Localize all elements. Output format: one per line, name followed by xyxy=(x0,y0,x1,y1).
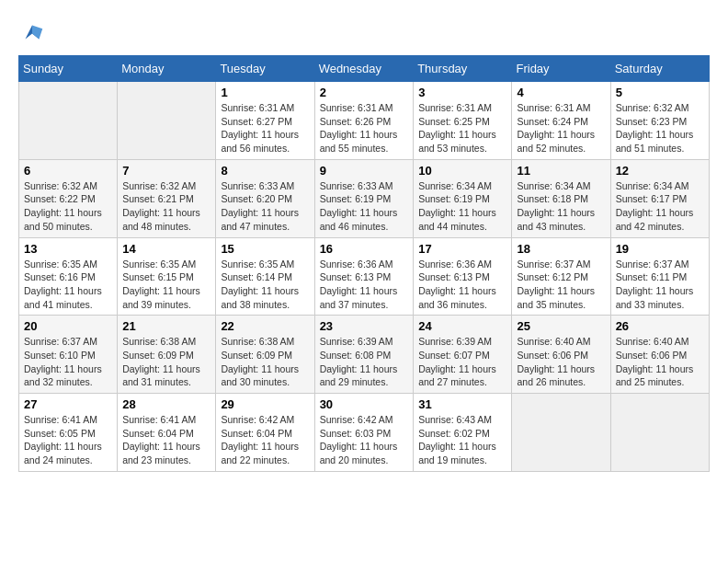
day-info: Sunrise: 6:36 AM Sunset: 6:13 PM Dayligh… xyxy=(320,258,409,312)
day-info: Sunrise: 6:32 AM Sunset: 6:23 PM Dayligh… xyxy=(616,101,704,155)
day-number: 18 xyxy=(517,242,605,256)
calendar-day-cell: 4Sunrise: 6:31 AM Sunset: 6:24 PM Daylig… xyxy=(512,82,610,160)
day-number: 27 xyxy=(24,397,112,411)
day-info: Sunrise: 6:31 AM Sunset: 6:25 PM Dayligh… xyxy=(418,101,506,155)
calendar-day-cell xyxy=(512,394,610,472)
day-info: Sunrise: 6:33 AM Sunset: 6:19 PM Dayligh… xyxy=(320,179,409,234)
calendar-day-cell: 31Sunrise: 6:43 AM Sunset: 6:02 PM Dayli… xyxy=(414,394,512,472)
day-info: Sunrise: 6:31 AM Sunset: 6:24 PM Dayligh… xyxy=(517,101,605,155)
day-number: 25 xyxy=(517,319,605,333)
calendar-day-cell: 29Sunrise: 6:42 AM Sunset: 6:04 PM Dayli… xyxy=(216,394,314,472)
calendar-day-cell: 7Sunrise: 6:32 AM Sunset: 6:21 PM Daylig… xyxy=(118,159,216,237)
calendar-day-cell: 19Sunrise: 6:37 AM Sunset: 6:11 PM Dayli… xyxy=(610,237,709,316)
dow-cell: Sunday xyxy=(19,56,118,82)
day-info: Sunrise: 6:37 AM Sunset: 6:12 PM Dayligh… xyxy=(517,258,605,312)
day-info: Sunrise: 6:42 AM Sunset: 6:03 PM Dayligh… xyxy=(320,413,409,467)
day-number: 8 xyxy=(221,164,309,178)
day-info: Sunrise: 6:38 AM Sunset: 6:09 PM Dayligh… xyxy=(221,335,309,389)
day-number: 26 xyxy=(616,319,704,333)
logo xyxy=(18,18,50,46)
day-number: 24 xyxy=(418,319,506,333)
day-info: Sunrise: 6:40 AM Sunset: 6:06 PM Dayligh… xyxy=(616,335,704,389)
dow-cell: Friday xyxy=(512,56,610,82)
day-info: Sunrise: 6:38 AM Sunset: 6:09 PM Dayligh… xyxy=(122,335,210,389)
calendar-day-cell: 14Sunrise: 6:35 AM Sunset: 6:15 PM Dayli… xyxy=(118,237,216,316)
dow-cell: Saturday xyxy=(610,56,709,82)
day-number: 12 xyxy=(616,164,704,178)
day-number: 6 xyxy=(24,164,112,178)
day-number: 1 xyxy=(221,86,309,99)
day-number: 21 xyxy=(122,319,210,333)
day-number: 7 xyxy=(122,164,210,178)
day-number: 28 xyxy=(122,397,210,411)
calendar-day-cell: 27Sunrise: 6:41 AM Sunset: 6:05 PM Dayli… xyxy=(19,394,118,472)
calendar-day-cell: 11Sunrise: 6:34 AM Sunset: 6:18 PM Dayli… xyxy=(512,159,610,237)
svg-marker-1 xyxy=(32,26,42,40)
day-number: 2 xyxy=(320,86,409,99)
calendar-day-cell: 1Sunrise: 6:31 AM Sunset: 6:27 PM Daylig… xyxy=(216,82,314,160)
calendar-day-cell: 8Sunrise: 6:33 AM Sunset: 6:20 PM Daylig… xyxy=(216,159,314,237)
day-info: Sunrise: 6:32 AM Sunset: 6:21 PM Dayligh… xyxy=(122,179,210,234)
calendar-day-cell xyxy=(118,82,216,160)
day-number: 13 xyxy=(24,242,112,256)
day-info: Sunrise: 6:39 AM Sunset: 6:07 PM Dayligh… xyxy=(418,335,506,389)
day-info: Sunrise: 6:32 AM Sunset: 6:22 PM Dayligh… xyxy=(24,179,112,234)
day-number: 17 xyxy=(418,242,506,256)
day-number: 31 xyxy=(418,397,506,411)
page-header xyxy=(18,18,710,46)
day-info: Sunrise: 6:31 AM Sunset: 6:27 PM Dayligh… xyxy=(221,101,309,155)
calendar-day-cell: 15Sunrise: 6:35 AM Sunset: 6:14 PM Dayli… xyxy=(216,237,314,316)
day-number: 22 xyxy=(221,319,309,333)
day-number: 16 xyxy=(320,242,409,256)
day-info: Sunrise: 6:33 AM Sunset: 6:20 PM Dayligh… xyxy=(221,179,309,234)
calendar-day-cell: 6Sunrise: 6:32 AM Sunset: 6:22 PM Daylig… xyxy=(19,159,118,237)
calendar-day-cell: 24Sunrise: 6:39 AM Sunset: 6:07 PM Dayli… xyxy=(414,316,512,394)
calendar-day-cell: 21Sunrise: 6:38 AM Sunset: 6:09 PM Dayli… xyxy=(118,316,216,394)
day-info: Sunrise: 6:41 AM Sunset: 6:05 PM Dayligh… xyxy=(24,413,112,467)
calendar-day-cell xyxy=(19,82,118,160)
calendar-day-cell: 3Sunrise: 6:31 AM Sunset: 6:25 PM Daylig… xyxy=(414,82,512,160)
day-info: Sunrise: 6:39 AM Sunset: 6:08 PM Dayligh… xyxy=(320,335,409,389)
day-info: Sunrise: 6:43 AM Sunset: 6:02 PM Dayligh… xyxy=(418,413,506,467)
calendar-week-row: 20Sunrise: 6:37 AM Sunset: 6:10 PM Dayli… xyxy=(19,316,710,394)
day-number: 15 xyxy=(221,242,309,256)
day-info: Sunrise: 6:41 AM Sunset: 6:04 PM Dayligh… xyxy=(122,413,210,467)
day-number: 5 xyxy=(616,86,704,99)
calendar-week-row: 13Sunrise: 6:35 AM Sunset: 6:16 PM Dayli… xyxy=(19,237,710,316)
calendar-day-cell xyxy=(610,394,709,472)
day-info: Sunrise: 6:34 AM Sunset: 6:19 PM Dayligh… xyxy=(418,179,506,234)
day-number: 14 xyxy=(122,242,210,256)
calendar-body: 1Sunrise: 6:31 AM Sunset: 6:27 PM Daylig… xyxy=(19,82,710,472)
day-number: 9 xyxy=(320,164,409,178)
day-number: 23 xyxy=(320,319,409,333)
day-info: Sunrise: 6:36 AM Sunset: 6:13 PM Dayligh… xyxy=(418,258,506,312)
day-info: Sunrise: 6:40 AM Sunset: 6:06 PM Dayligh… xyxy=(517,335,605,389)
dow-cell: Wednesday xyxy=(314,56,414,82)
day-of-week-header: SundayMondayTuesdayWednesdayThursdayFrid… xyxy=(19,56,710,82)
calendar-day-cell: 17Sunrise: 6:36 AM Sunset: 6:13 PM Dayli… xyxy=(414,237,512,316)
calendar-day-cell: 30Sunrise: 6:42 AM Sunset: 6:03 PM Dayli… xyxy=(314,394,414,472)
calendar-day-cell: 20Sunrise: 6:37 AM Sunset: 6:10 PM Dayli… xyxy=(19,316,118,394)
calendar-day-cell: 23Sunrise: 6:39 AM Sunset: 6:08 PM Dayli… xyxy=(314,316,414,394)
calendar-table: SundayMondayTuesdayWednesdayThursdayFrid… xyxy=(18,55,710,472)
day-info: Sunrise: 6:35 AM Sunset: 6:16 PM Dayligh… xyxy=(24,258,112,312)
day-number: 19 xyxy=(616,242,704,256)
day-info: Sunrise: 6:34 AM Sunset: 6:18 PM Dayligh… xyxy=(517,179,605,234)
day-info: Sunrise: 6:31 AM Sunset: 6:26 PM Dayligh… xyxy=(320,101,409,155)
day-info: Sunrise: 6:35 AM Sunset: 6:14 PM Dayligh… xyxy=(221,258,309,312)
calendar-day-cell: 10Sunrise: 6:34 AM Sunset: 6:19 PM Dayli… xyxy=(414,159,512,237)
calendar-day-cell: 12Sunrise: 6:34 AM Sunset: 6:17 PM Dayli… xyxy=(610,159,709,237)
day-number: 4 xyxy=(517,86,605,99)
calendar-day-cell: 28Sunrise: 6:41 AM Sunset: 6:04 PM Dayli… xyxy=(118,394,216,472)
day-info: Sunrise: 6:34 AM Sunset: 6:17 PM Dayligh… xyxy=(616,179,704,234)
calendar-day-cell: 5Sunrise: 6:32 AM Sunset: 6:23 PM Daylig… xyxy=(610,82,709,160)
day-info: Sunrise: 6:37 AM Sunset: 6:11 PM Dayligh… xyxy=(616,258,704,312)
calendar-week-row: 6Sunrise: 6:32 AM Sunset: 6:22 PM Daylig… xyxy=(19,159,710,237)
calendar-day-cell: 25Sunrise: 6:40 AM Sunset: 6:06 PM Dayli… xyxy=(512,316,610,394)
calendar-week-row: 1Sunrise: 6:31 AM Sunset: 6:27 PM Daylig… xyxy=(19,82,710,160)
logo-icon xyxy=(18,18,46,46)
calendar-day-cell: 22Sunrise: 6:38 AM Sunset: 6:09 PM Dayli… xyxy=(216,316,314,394)
calendar-day-cell: 16Sunrise: 6:36 AM Sunset: 6:13 PM Dayli… xyxy=(314,237,414,316)
calendar-day-cell: 2Sunrise: 6:31 AM Sunset: 6:26 PM Daylig… xyxy=(314,82,414,160)
day-number: 20 xyxy=(24,319,112,333)
